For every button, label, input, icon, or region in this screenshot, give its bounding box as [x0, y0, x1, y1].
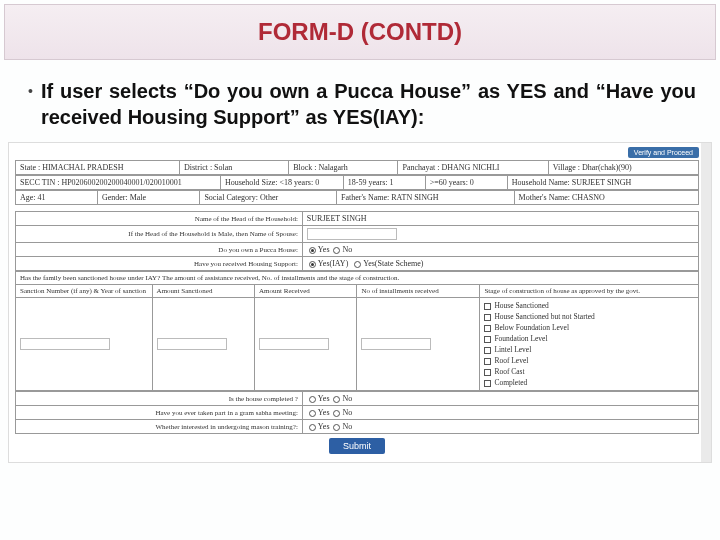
- gram-yes-radio[interactable]: [309, 410, 316, 417]
- gram-no-radio[interactable]: [333, 410, 340, 417]
- mason-no: No: [342, 422, 352, 431]
- pucca-no-text: No: [342, 245, 352, 254]
- age-label: Age:: [20, 193, 36, 202]
- stage-label-0: House Sanctioned: [494, 301, 548, 310]
- install-input[interactable]: [361, 338, 431, 350]
- head-name-value: SURJEET SINGH: [307, 214, 367, 223]
- mother-label: Mother's Name:: [519, 193, 570, 202]
- embedded-screenshot: Verify and Proceed State : HIMACHAL PRAD…: [8, 142, 712, 463]
- iay-col-sanction: Sanction Number (if any) & Year of sanct…: [16, 285, 153, 298]
- completed-label: Is the house completed ?: [16, 392, 303, 406]
- hh-name-label: Household Name:: [512, 178, 570, 187]
- verify-button-row: Verify and Proceed: [15, 147, 699, 158]
- amt-recv-input[interactable]: [259, 338, 329, 350]
- gram-label: Have you ever taken part in a gram sabha…: [16, 406, 303, 420]
- spouse-input[interactable]: [307, 228, 397, 240]
- bullet-area: • If user selects “Do you own a Pucca Ho…: [0, 60, 720, 142]
- iay-heading: Has the family been sanctioned house und…: [16, 272, 699, 285]
- stage-label-2: Below Foundation Level: [494, 323, 569, 332]
- stage-label-3: Foundation Level: [494, 334, 547, 343]
- stage-chk-7[interactable]: [484, 380, 491, 387]
- stage-chk-5[interactable]: [484, 358, 491, 365]
- support-label: Have you received Housing Support:: [16, 257, 303, 271]
- mother-value: CHASNO: [572, 193, 605, 202]
- amt-sanc-input[interactable]: [157, 338, 227, 350]
- stage-label-5: Roof Level: [494, 356, 528, 365]
- secc-label: SECC TIN :: [20, 178, 59, 187]
- spouse-label: If the Head of the Household is Male, th…: [16, 226, 303, 243]
- mason-no-radio[interactable]: [333, 424, 340, 431]
- support-state-radio[interactable]: [354, 261, 361, 268]
- hh-lt18-label: Household Size: <18 years:: [225, 178, 313, 187]
- stage-chk-4[interactable]: [484, 347, 491, 354]
- slide-title-bar: FORM-D (CONTD): [4, 4, 716, 60]
- scrollbar[interactable]: [701, 143, 711, 462]
- context-row-1: State : HIMACHAL PRADESH District : Sola…: [15, 160, 699, 175]
- father-value: RATN SINGH: [391, 193, 438, 202]
- submit-row: Submit: [15, 434, 699, 456]
- context-row-3: Age: 41 Gender: Male Social Category: Ot…: [15, 190, 699, 205]
- district-label: District :: [184, 163, 212, 172]
- father-label: Father's Name:: [341, 193, 389, 202]
- hh-1859-value: 1: [390, 178, 394, 187]
- support-iay-radio[interactable]: [309, 261, 316, 268]
- completed-yes: Yes: [318, 394, 330, 403]
- sanction-input[interactable]: [20, 338, 110, 350]
- stage-label-1: House Sanctioned but not Started: [494, 312, 594, 321]
- pucca-yes-radio[interactable]: [309, 247, 316, 254]
- village-label: Village :: [553, 163, 580, 172]
- stage-label-4: Lintel Level: [494, 345, 531, 354]
- hh-name-value: SURJEET SINGH: [572, 178, 632, 187]
- hh-lt18-value: 0: [315, 178, 319, 187]
- mason-yes-radio[interactable]: [309, 424, 316, 431]
- gender-value: Male: [130, 193, 146, 202]
- village-value: Dhar(chak)(90): [582, 163, 632, 172]
- hh-60-label: >=60 years:: [430, 178, 468, 187]
- pucca-yes-text: Yes: [318, 245, 330, 254]
- state-label: State :: [20, 163, 40, 172]
- age-value: 41: [38, 193, 46, 202]
- head-name-label: Name of the Head of the Household:: [16, 212, 303, 226]
- mason-yes: Yes: [318, 422, 330, 431]
- submit-button[interactable]: Submit: [329, 438, 385, 454]
- state-value: HIMACHAL PRADESH: [42, 163, 123, 172]
- district-value: Solan: [214, 163, 232, 172]
- stage-chk-1[interactable]: [484, 314, 491, 321]
- secc-value: HP020600200200040001/020010001: [61, 178, 181, 187]
- trailing-questions: Is the house completed ? Yes No Have you…: [15, 391, 699, 434]
- hh-1859-label: 18-59 years:: [348, 178, 388, 187]
- soc-label: Social Category:: [204, 193, 258, 202]
- stage-chk-2[interactable]: [484, 325, 491, 332]
- support-state-text: Yes(State Scheme): [363, 259, 423, 268]
- slide-title: FORM-D (CONTD): [258, 18, 462, 46]
- pucca-no-radio[interactable]: [333, 247, 340, 254]
- completed-yes-radio[interactable]: [309, 396, 316, 403]
- iay-heading-row: Has the family been sanctioned house und…: [15, 271, 699, 391]
- support-iay-text: Yes(IAY): [318, 259, 348, 268]
- stage-chk-6[interactable]: [484, 369, 491, 376]
- stage-chk-3[interactable]: [484, 336, 491, 343]
- gram-no: No: [342, 408, 352, 417]
- panchayat-value: DHANG NICHLI: [442, 163, 500, 172]
- bullet-dot: •: [28, 78, 33, 104]
- verify-proceed-button[interactable]: Verify and Proceed: [628, 147, 699, 158]
- completed-no-radio[interactable]: [333, 396, 340, 403]
- block-value: Nalagarh: [318, 163, 347, 172]
- stage-checklist: House Sanctioned House Sanctioned but no…: [484, 300, 694, 388]
- stage-label-7: Completed: [494, 378, 527, 387]
- gender-label: Gender:: [102, 193, 128, 202]
- iay-col-stage: Stage of construction of house as approv…: [480, 285, 699, 298]
- context-row-2: SECC TIN : HP020600200200040001/02001000…: [15, 175, 699, 190]
- question-block: Name of the Head of the Household: SURJE…: [15, 211, 699, 271]
- mason-label: Whether interested in undergoing mason t…: [16, 420, 303, 434]
- iay-col-install: No of installments received: [357, 285, 480, 298]
- gram-yes: Yes: [318, 408, 330, 417]
- pucca-label: Do you own a Pucca House:: [16, 243, 303, 257]
- panchayat-label: Panchayat :: [402, 163, 439, 172]
- stage-chk-0[interactable]: [484, 303, 491, 310]
- completed-no: No: [342, 394, 352, 403]
- soc-value: Other: [260, 193, 278, 202]
- stage-label-6: Roof Cast: [494, 367, 524, 376]
- block-label: Block :: [293, 163, 316, 172]
- iay-col-amt-sanc: Amount Sanctioned: [152, 285, 254, 298]
